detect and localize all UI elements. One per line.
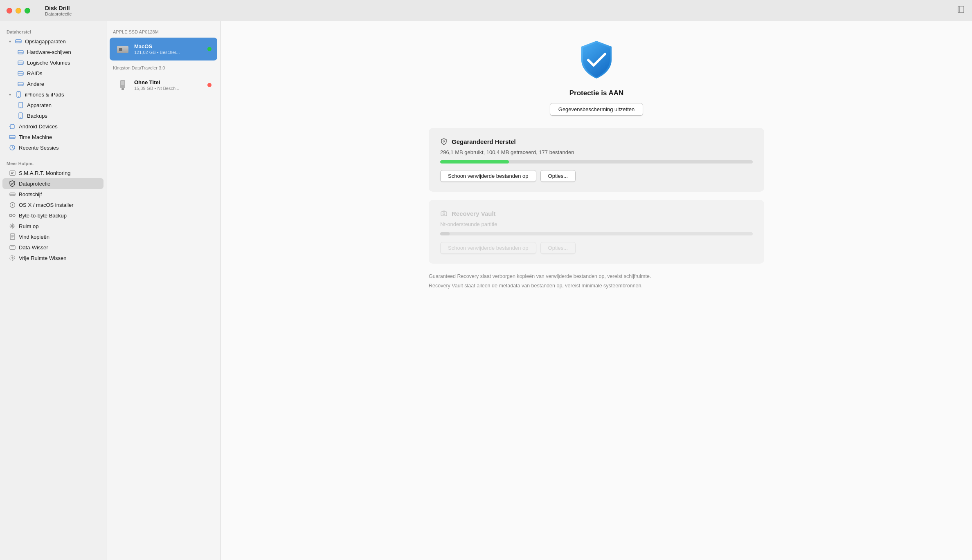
card-header-vault: Recovery Vault [440,210,753,217]
sidebar-item-bootschijf[interactable]: Bootschijf [2,189,104,199]
apparaten-icon [17,102,24,108]
timemachine-label: Time Machine [19,134,52,140]
device-item-macos[interactable]: MacOS 121,02 GB • Bescher... [110,38,217,60]
dataherstel-label: Dataherstel [0,26,106,36]
shield-icon [574,38,619,83]
book-icon[interactable] [956,5,965,16]
meer-label: Meer Hulpm. [0,158,106,168]
svg-line-28 [14,124,14,125]
svg-rect-33 [10,171,15,175]
sidebar-item-opslagapparaten[interactable]: ▾ Opslagapparaten [2,36,104,47]
sidebar-item-android[interactable]: Android Devices [2,121,104,132]
guaranteed-subtitle: 296,1 MB gebruikt, 100,4 MB getraceerd, … [440,149,753,155]
raids-label: RAIDs [27,70,43,76]
guaranteed-progress-bar [440,160,753,164]
sidebar-item-apparaten[interactable]: Apparaten [2,100,104,110]
hdd-small-icon [17,49,24,55]
svg-rect-60 [117,46,128,53]
ohne-status-dot [207,83,212,87]
device-item-ohne-titel[interactable]: Ohne Titel 15,39 GB • Nt Besch... [110,74,217,96]
expand-icon: ▾ [9,39,11,44]
sidebar-item-smart[interactable]: S.M.A.R.T. Monitoring [2,168,104,178]
svg-point-16 [22,85,22,85]
sidebar-item-andere[interactable]: Andere [2,78,104,89]
app-info: Disk Drill Dataprotectie [45,5,72,16]
svg-rect-53 [10,246,15,249]
vault-progress-bar [440,232,753,235]
svg-point-42 [9,214,12,217]
vault-clean-button: Schoon verwijderde bestanden op [440,242,536,254]
vrijruimte-icon [9,255,16,261]
app-subtitle: Dataprotectie [45,11,72,16]
device-panel: APPLE SSD AP0128M [106,21,221,560]
datawisser-icon [9,244,16,251]
hardware-label: Hardware-schijven [27,49,71,55]
minimize-button[interactable] [16,8,21,13]
shield-small-icon [440,138,448,145]
sidebar-item-bytetobyte[interactable]: Byte-to-byte Backup [2,210,104,221]
sidebar-item-vrijruimte[interactable]: Vrije Ruimte Wissen [2,253,104,263]
main-content: Protectie is AAN Gegevensbescherming uit… [221,21,972,560]
svg-point-66 [443,141,445,142]
sidebar-item-ruimop[interactable]: Ruim op [2,221,104,231]
vrijruimte-label: Vrije Ruimte Wissen [19,255,67,261]
svg-rect-24 [10,125,14,129]
sidebar-item-timemachine[interactable]: Time Machine [2,132,104,142]
andere-icon [17,81,24,87]
dataprotectie-label: Dataprotectie [19,181,50,187]
vindkopien-icon [9,233,16,240]
vindkopien-label: Vind kopieën [19,234,50,240]
svg-line-27 [11,124,11,125]
macos-info: MacOS 121,02 GB • Bescher... [134,43,203,55]
svg-rect-0 [958,6,964,13]
sidebar: Dataherstel ▾ Opslagapparaten H [0,21,106,560]
ruimop-icon [9,223,16,229]
sidebar-item-vindkopien[interactable]: Vind kopieën [2,231,104,242]
iphone-icon [15,91,22,98]
close-button[interactable] [7,8,12,13]
osx-icon [9,202,16,208]
opslagapparaten-label: Opslagapparaten [25,38,66,45]
sidebar-item-raids[interactable]: RAIDs [2,68,104,78]
recovery-vault-card: Recovery Vault Nt-ondersteunde partitie … [429,200,764,264]
sidebar-item-datawisser[interactable]: Data-Wisser [2,242,104,253]
turn-off-button[interactable]: Gegevensbescherming uitzetten [550,103,643,116]
vault-options-button: Opties... [540,242,576,254]
guaranteed-buttons: Schoon verwijderde bestanden op Opties..… [440,170,753,182]
svg-point-43 [13,214,15,217]
svg-point-10 [22,63,22,64]
guaranteed-options-button[interactable]: Opties... [540,170,576,182]
svg-point-13 [22,74,22,75]
app-title: Disk Drill [45,5,72,11]
android-icon [9,123,16,130]
svg-point-38 [14,195,14,196]
sidebar-item-iphones[interactable]: ▾ iPhones & iPads [2,89,104,100]
traffic-lights [7,8,30,13]
sidebar-item-hardware[interactable]: Hardware-schijven [2,47,104,57]
smart-icon [9,170,16,176]
footer-line2: Recovery Vault slaat alleen de metadata … [429,281,764,291]
sidebar-item-backups[interactable]: Backups [2,110,104,121]
bytetobyte-label: Byte-to-byte Backup [19,213,67,219]
guaranteed-clean-button[interactable]: Schoon verwijderde bestanden op [440,170,536,182]
osx-label: OS X / macOS installer [19,202,74,208]
vault-subtitle: Nt-ondersteunde partitie [440,221,753,227]
andere-label: Andere [27,81,44,87]
timemachine-icon [9,134,16,140]
vault-buttons: Schoon verwijderde bestanden op Opties..… [440,242,753,254]
fullscreen-button[interactable] [25,8,30,13]
sidebar-item-dataprotectie[interactable]: Dataprotectie [2,178,104,189]
dataprotectie-icon [9,180,16,187]
sidebar-item-recente[interactable]: Recente Sessies [2,142,104,153]
svg-point-18 [18,96,19,97]
bytetobyte-icon [9,212,16,219]
apparaten-label: Apparaten [27,102,52,108]
sidebar-item-osx[interactable]: OS X / macOS installer [2,199,104,210]
vault-progress-fill [440,232,450,235]
sidebar-item-logische[interactable]: Logische Volumes [2,57,104,68]
svg-point-7 [22,53,22,54]
raids-icon [17,70,24,76]
android-label: Android Devices [19,123,58,130]
ohne-info: Ohne Titel 15,39 GB • Nt Besch... [134,79,203,91]
svg-point-31 [14,138,14,139]
